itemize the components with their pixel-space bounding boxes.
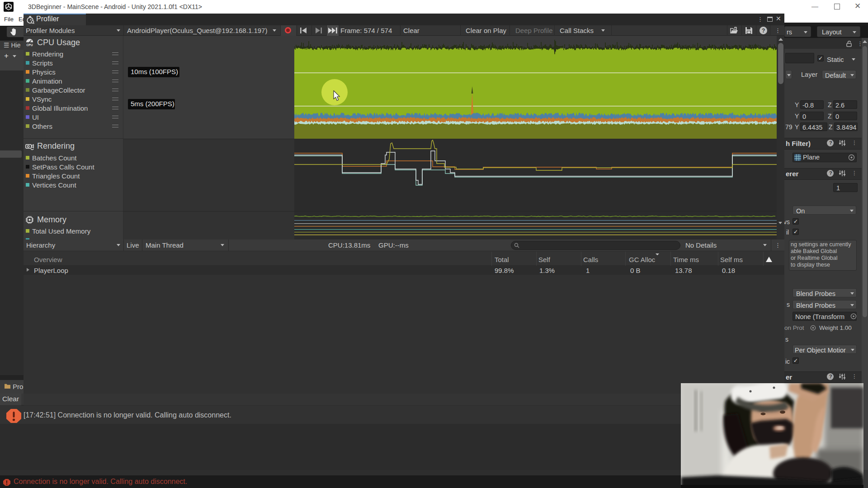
svg-text:CPU: CPU — [26, 43, 33, 47]
